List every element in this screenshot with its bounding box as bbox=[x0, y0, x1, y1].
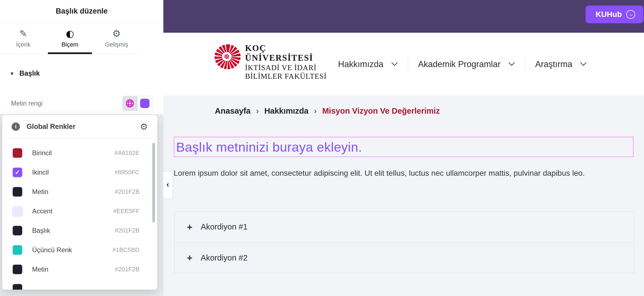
accordion-widget: + Akordiyon #1 + Akordiyon #2 bbox=[174, 211, 634, 273]
breadcrumb: Anasayfa › Hakkımızda › Misyon Vizyon Ve… bbox=[215, 106, 440, 116]
panel-title: Başlık düzenle bbox=[56, 7, 108, 16]
heading-widget-selected[interactable]: Başlık metninizi buraya ekleyin. bbox=[174, 137, 634, 157]
color-swatch bbox=[12, 245, 23, 255]
color-swatch bbox=[12, 264, 23, 275]
nav-divider bbox=[408, 57, 408, 72]
tab-icerik[interactable]: ✎ İçerik bbox=[0, 23, 47, 54]
site-topbar: KUHub → bbox=[163, 0, 644, 33]
chevron-left-icon: ‹ bbox=[166, 180, 169, 191]
chevron-down-icon bbox=[391, 62, 398, 66]
text-color-label: Metin rengi bbox=[11, 100, 43, 107]
text-color-control: Metin rengi bbox=[0, 96, 163, 111]
page-preview: KUHub → KOÇ ÜNİVERSİTESİ İKTİSADİ VE İDA… bbox=[163, 0, 644, 296]
color-row-ucuncu[interactable]: Üçüncü Renk #1BC5BD bbox=[2, 240, 157, 260]
pencil-icon: ✎ bbox=[19, 29, 27, 38]
color-row-accent[interactable]: Accent #EEE5FF bbox=[2, 201, 157, 221]
globe-icon bbox=[125, 99, 135, 108]
accordion-item-2[interactable]: + Akordiyon #2 bbox=[175, 242, 634, 273]
color-mode-toggle bbox=[122, 96, 152, 111]
color-row-metin-2[interactable]: Metin #201F2B bbox=[2, 260, 157, 279]
custom-color-button[interactable] bbox=[138, 96, 152, 111]
breadcrumb-separator: › bbox=[256, 106, 259, 116]
page-heading: Başlık metninizi buraya ekleyin. bbox=[174, 139, 362, 155]
popup-title: Global Renkler bbox=[27, 123, 75, 131]
breadcrumb-anasayfa[interactable]: Anasayfa bbox=[215, 106, 251, 116]
chevron-down-icon bbox=[508, 62, 515, 66]
info-icon: i bbox=[12, 123, 20, 131]
plus-icon: + bbox=[187, 222, 192, 232]
color-row-baslik[interactable]: Başlık #201F2B bbox=[2, 221, 157, 240]
color-row-birincil[interactable]: Birincil #A6192E bbox=[2, 143, 157, 163]
nav-divider bbox=[525, 57, 525, 72]
global-color-button[interactable] bbox=[123, 96, 138, 111]
accordion-item-1[interactable]: + Akordiyon #1 bbox=[175, 211, 634, 242]
color-row-partial[interactable] bbox=[2, 279, 157, 290]
caret-down-icon: ▾ bbox=[11, 70, 13, 77]
color-row-metin[interactable]: Metin #201F2B bbox=[2, 182, 157, 201]
chevron-down-icon bbox=[580, 62, 587, 66]
site-header: KOÇ ÜNİVERSİTESİ İKTİSADİ VE İDARİ BİLİM… bbox=[163, 33, 644, 96]
panel-tabs: ✎ İçerik ◐ Biçem ⚙ Gelişmiş bbox=[0, 23, 140, 54]
nav-item-arastirma[interactable]: Araştırma bbox=[535, 59, 587, 69]
plus-icon: + bbox=[187, 253, 192, 262]
color-swatch bbox=[12, 187, 23, 197]
arrow-circle-icon: → bbox=[626, 10, 635, 19]
color-swatch bbox=[12, 284, 23, 290]
contrast-icon: ◐ bbox=[66, 29, 74, 38]
panel-header: Başlık düzenle bbox=[0, 0, 163, 23]
nav-item-hakkimizda[interactable]: Hakkımızda bbox=[338, 59, 398, 69]
color-row-ikincil[interactable]: ✓ İkincil #8950FC bbox=[2, 163, 157, 182]
page-content: Anasayfa › Hakkımızda › Misyon Vizyon Ve… bbox=[163, 96, 644, 296]
check-icon: ✓ bbox=[15, 169, 20, 176]
university-logo[interactable]: KOÇ ÜNİVERSİTESİ İKTİSADİ VE İDARİ BİLİM… bbox=[215, 43, 327, 81]
current-color-swatch bbox=[140, 99, 150, 108]
color-swatch bbox=[12, 148, 23, 158]
popup-header: i Global Renkler ⚙ bbox=[2, 115, 157, 138]
section-baslik[interactable]: ▾ Başlık bbox=[0, 54, 163, 77]
kuhub-label: KUHub bbox=[596, 10, 622, 19]
body-paragraph[interactable]: Lorem ipsum dolor sit amet, consectetur … bbox=[174, 166, 617, 180]
kuhub-button[interactable]: KUHub → bbox=[586, 6, 643, 23]
popup-scrollbar[interactable] bbox=[152, 143, 155, 223]
global-colors-popup: i Global Renkler ⚙ Birincil #A6192E ✓ İk… bbox=[2, 115, 157, 290]
breadcrumb-current: Misyon Vizyon Ve Değerlerimiz bbox=[322, 106, 440, 116]
breadcrumb-hakkimizda[interactable]: Hakkımızda bbox=[264, 106, 309, 116]
color-swatch bbox=[12, 206, 23, 216]
tab-gelismis[interactable]: ⚙ Gelişmiş bbox=[93, 23, 140, 54]
section-title: Başlık bbox=[19, 69, 40, 77]
main-nav: Hakkımızda Akademik Programlar Araştırma bbox=[338, 33, 587, 96]
color-swatch bbox=[12, 225, 23, 236]
logo-text: KOÇ ÜNİVERSİTESİ İKTİSADİ VE İDARİ BİLİM… bbox=[245, 43, 327, 81]
elementor-editor: Başlık düzenle ✎ İçerik ◐ Biçem ⚙ Gelişm… bbox=[0, 0, 644, 296]
tab-bicem[interactable]: ◐ Biçem bbox=[47, 23, 93, 54]
breadcrumb-separator: › bbox=[314, 106, 317, 116]
edit-panel: Başlık düzenle ✎ İçerik ◐ Biçem ⚙ Gelişm… bbox=[0, 0, 163, 296]
color-swatch-selected: ✓ bbox=[12, 167, 23, 178]
koc-shell-icon bbox=[215, 44, 241, 69]
gear-icon: ⚙ bbox=[112, 29, 121, 38]
panel-collapse-handle[interactable]: ‹ bbox=[163, 172, 172, 198]
nav-item-akademik-programlar[interactable]: Akademik Programlar bbox=[418, 59, 515, 69]
global-color-list: Birincil #A6192E ✓ İkincil #8950FC Metin… bbox=[2, 138, 157, 290]
popup-gear-icon[interactable]: ⚙ bbox=[140, 121, 148, 132]
